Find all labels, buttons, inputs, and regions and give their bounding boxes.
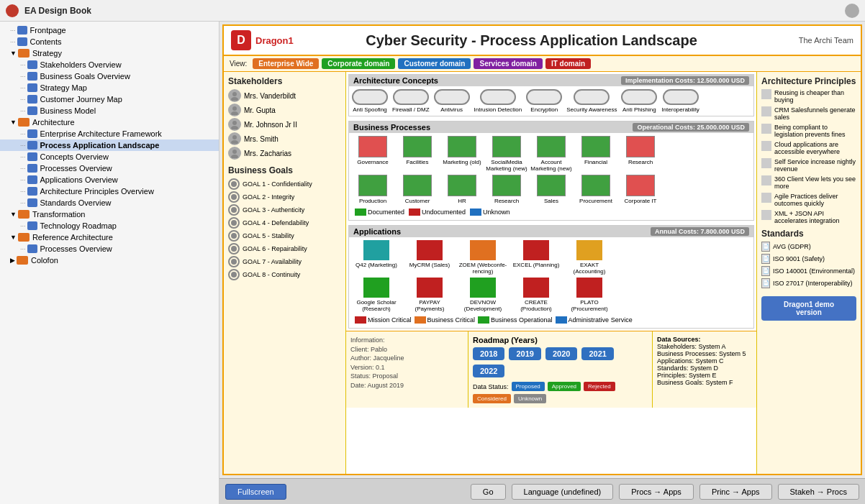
datasources-title: Data Sources:	[657, 336, 701, 343]
goal-icon-7	[228, 256, 240, 267]
concept-firewall: Firewall / DMZ	[392, 89, 430, 113]
sidebar-label: Contents	[30, 37, 62, 46]
sidebar-item-architecture-principles-overview[interactable]: ···Architecture Principles Overview	[0, 185, 219, 197]
go-button[interactable]: Go	[471, 484, 506, 500]
tree-dots: ···	[20, 84, 26, 91]
page-icon	[27, 95, 37, 104]
main-area: ···Frontpage···Contents▼Strategy···Stake…	[0, 22, 865, 504]
sidebar-label: Process Application Landscape	[40, 141, 160, 150]
sidebar-label: Transformation	[32, 210, 86, 219]
view-tab-services[interactable]: Services domain	[474, 58, 542, 69]
process-icon-facilities	[403, 136, 432, 157]
view-tab-corporate[interactable]: Corporate domain	[322, 58, 395, 69]
standard-4: 📄 ISO 27017 (Interoperability)	[761, 278, 856, 288]
sidebar-label: Business Model	[40, 106, 96, 115]
app-icon-q42	[363, 240, 389, 260]
sidebar-label: Standards Overview	[40, 198, 112, 207]
svg-point-8	[232, 150, 237, 154]
sidebar-item-standards-overview[interactable]: ···Standards Overview	[0, 197, 219, 209]
page-icon	[27, 175, 37, 184]
fullscreen-button[interactable]: Fullscreen	[225, 484, 286, 500]
sidebar-label: Business Goals Overview	[40, 72, 130, 81]
sidebar-item-reference-architecture[interactable]: ▼Reference Architecture	[0, 232, 219, 243]
sidebar-item-processes-overview-2[interactable]: ···Processes Overview	[0, 243, 219, 255]
goal-7: GOAL 7 - Availability	[228, 256, 341, 267]
tree-dots: ···	[20, 130, 26, 137]
process-icon-sales	[537, 175, 566, 196]
sidebar-item-processes-overview[interactable]: ···Processes Overview	[0, 162, 219, 174]
expand-icon: ▼	[10, 50, 17, 57]
principle-8: XML + JSON API accelerates integration	[761, 210, 856, 224]
sidebar-item-strategy-map[interactable]: ···Strategy Map	[0, 82, 219, 93]
datasource-4: Standards: System D	[657, 365, 718, 372]
view-tab-enterprise[interactable]: Enterprise Wide	[253, 58, 319, 69]
sidebar-item-stakeholders-overview[interactable]: ···Stakeholders Overview	[0, 59, 219, 70]
stakeholder-1: Mrs. Vanderbildt	[228, 89, 341, 102]
principle-5: Self Service increase nightly revenue	[761, 158, 856, 173]
sidebar-item-enterprise-architecture-framework[interactable]: ···Enterprise Architecture Framework	[0, 128, 219, 139]
datasource-2: Business Processes: System 5	[657, 350, 746, 357]
sidebar-label: Concepts Overview	[40, 152, 109, 161]
demo-button[interactable]: Dragon1 demo version	[761, 296, 856, 321]
goal-4: GOAL 4 - Defendability	[228, 217, 341, 229]
principle-icon-6	[761, 175, 771, 185]
bp-legend: Documented Undocumented Unknown	[352, 207, 751, 217]
legend-documented: Documented	[355, 209, 404, 216]
app-icon-google-scholar	[363, 278, 389, 298]
legend-business-critical: Business Critical	[415, 316, 476, 324]
princ-apps-button[interactable]: Princ → Apps	[699, 484, 772, 500]
sidebar-label: Customer Journey Map	[40, 95, 122, 104]
window-control[interactable]	[845, 4, 859, 18]
stakeh-procs-button[interactable]: Stakeh → Procs	[778, 484, 859, 500]
concept-oval-8	[663, 89, 699, 105]
sidebar-item-technology-roadmap[interactable]: ···Technology Roadmap	[0, 220, 219, 232]
page-icon	[27, 187, 37, 196]
sidebar-item-architecture[interactable]: ▼Architecture	[0, 116, 219, 128]
roadmap-middle: Roadmap (Years) 2018 2019 2020 2021 2022	[468, 331, 652, 408]
language-button[interactable]: Language (undefined)	[512, 484, 614, 500]
concept-oval-5	[526, 89, 562, 105]
sidebar-item-customer-journey-map[interactable]: ···Customer Journey Map	[0, 93, 219, 105]
concept-intrusion: Intrusion Detection	[474, 89, 522, 113]
sidebar-item-colofon[interactable]: ▶Colofon	[0, 255, 219, 266]
tree-dots: ···	[20, 188, 26, 195]
stakeholders-title: Stakeholders	[228, 76, 341, 86]
stakeholder-2: Mr. Gupta	[228, 104, 341, 116]
principle-icon-7	[761, 193, 771, 203]
apps-row2: Google Scholar (Research) PAYPAY (Paymen…	[352, 278, 751, 312]
principle-4: Cloud applications are accessible everyw…	[761, 141, 856, 155]
sidebar-item-process-application-landscape[interactable]: ···Process Application Landscape	[0, 139, 219, 151]
sidebar-item-frontpage[interactable]: ···Frontpage	[0, 24, 219, 36]
datasource-1: Stakeholders: System A	[657, 343, 726, 350]
process-facilities: Facilities	[397, 136, 438, 172]
svg-point-0	[232, 92, 237, 96]
goal-6: GOAL 6 - Repairability	[228, 243, 341, 255]
app-plato: PLATO (Procurement)	[565, 278, 614, 312]
sidebar-label: Colofon	[31, 256, 58, 265]
view-bar: View: Enterprise Wide Corporate domain C…	[224, 56, 861, 72]
procs-apps-button[interactable]: Procs → Apps	[619, 484, 694, 500]
process-sales: Sales	[530, 175, 572, 204]
view-tab-it[interactable]: IT domain	[545, 58, 591, 69]
bp-title: Business Processes	[353, 123, 430, 132]
app-mycrm: MyCRM (Sales)	[405, 240, 454, 275]
concept-oval-6	[574, 89, 610, 105]
principles-title: Architecture Principles	[761, 76, 856, 86]
year-2018: 2018	[473, 347, 504, 360]
sidebar-item-business-model[interactable]: ···Business Model	[0, 105, 219, 116]
page-icon	[27, 141, 37, 150]
principle-icon-5	[761, 158, 771, 168]
sidebar-item-contents[interactable]: ···Contents	[0, 36, 219, 47]
process-procurement: Procurement	[575, 175, 617, 204]
sidebar-label: Applications Overview	[40, 175, 118, 184]
sidebar-item-strategy[interactable]: ▼Strategy	[0, 47, 219, 59]
sidebar-label: Strategy	[32, 49, 62, 58]
tree-dots: ···	[20, 165, 26, 172]
view-tab-customer[interactable]: Customer domain	[398, 58, 471, 69]
right-column: Architecture Principles Reusing is cheap…	[756, 72, 861, 474]
sidebar-item-transformation[interactable]: ▼Transformation	[0, 209, 219, 220]
sidebar-item-applications-overview[interactable]: ···Applications Overview	[0, 174, 219, 185]
sidebar-item-business-goals-overview[interactable]: ···Business Goals Overview	[0, 70, 219, 82]
page-icon	[27, 83, 37, 92]
sidebar-item-concepts-overview[interactable]: ···Concepts Overview	[0, 151, 219, 162]
